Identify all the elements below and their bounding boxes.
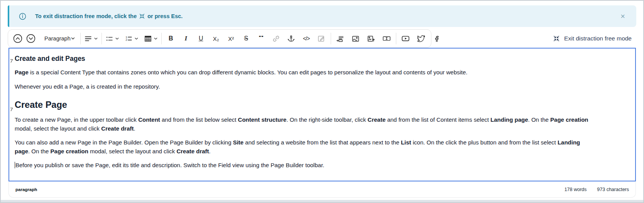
- heading-create-page[interactable]: Create Page: [15, 99, 589, 111]
- image-icon: [352, 35, 360, 43]
- link-button[interactable]: [270, 32, 283, 45]
- italic-button[interactable]: I: [179, 32, 193, 45]
- numbered-list-icon: 1 2: [125, 35, 133, 43]
- compress-icon: [553, 35, 560, 42]
- blockquote-icon: “: [258, 36, 264, 41]
- move-up-button[interactable]: [11, 32, 24, 45]
- upload-image-button[interactable]: [365, 32, 378, 45]
- editor-content-area[interactable]: Create and edit Pages Page is a special …: [8, 48, 636, 181]
- image-upload-icon: [367, 35, 375, 43]
- bulleted-list-button[interactable]: [105, 32, 120, 45]
- subscript-icon: X₂: [213, 35, 219, 42]
- banner-message-prefix: To exit distraction free mode, click the: [35, 13, 137, 19]
- toolbar-divider: [396, 33, 396, 44]
- distraction-free-editor: To exit distraction free mode, click the…: [0, 0, 644, 203]
- insert-table-button[interactable]: [143, 32, 159, 45]
- superscript-icon: X²: [228, 35, 234, 42]
- editor-toolbar: Paragraph 1 2: [8, 29, 431, 48]
- superscript-button[interactable]: X²: [225, 32, 238, 45]
- chevron-down-icon: [71, 36, 75, 41]
- heading-create-and-edit-pages[interactable]: Create and edit Pages: [15, 54, 589, 63]
- svg-text:2: 2: [125, 38, 127, 42]
- link-icon: [272, 35, 280, 43]
- move-down-button[interactable]: [24, 32, 37, 45]
- heading-anchor-marker: [10, 56, 13, 65]
- code-button[interactable]: </>: [300, 32, 313, 45]
- underline-icon: U: [199, 35, 203, 42]
- underline-button[interactable]: U: [194, 32, 208, 45]
- paragraph[interactable]: Whenever you edit a Page, a is created i…: [15, 82, 589, 91]
- embed-facebook-button[interactable]: [430, 32, 443, 45]
- chevron-down-icon: [115, 37, 119, 41]
- chevron-down-icon: [154, 37, 158, 41]
- current-block-type: paragraph: [15, 187, 37, 192]
- toolbar-divider: [161, 33, 162, 44]
- exit-distraction-free-button[interactable]: Exit distraction free mode: [553, 29, 632, 48]
- embed-youtube-button[interactable]: [399, 32, 412, 45]
- character-count: 973 characters: [597, 187, 629, 192]
- heading-text: Create Page: [15, 100, 67, 110]
- bold-icon: B: [169, 35, 173, 42]
- toolbar-divider: [331, 33, 331, 44]
- paragraph[interactable]: Page is a special Content Type that cont…: [15, 68, 589, 77]
- subscript-button[interactable]: X₂: [210, 32, 223, 45]
- facebook-icon: [432, 34, 441, 43]
- input-field-button[interactable]: [380, 32, 393, 45]
- align-left-icon: [84, 35, 92, 43]
- toolbar-divider: [80, 33, 81, 44]
- bold-button[interactable]: B: [164, 32, 177, 45]
- edit-source-button[interactable]: [315, 32, 328, 45]
- anchor-button[interactable]: [285, 32, 298, 45]
- page-bottom-edge: [1, 200, 643, 202]
- banner-message: To exit distraction free mode, click the…: [35, 13, 183, 19]
- close-icon[interactable]: ×: [618, 11, 628, 21]
- notification-banner: To exit distraction free mode, click the…: [8, 5, 636, 27]
- editor-status-bar: paragraph 178 words 973 characters: [8, 181, 636, 198]
- paragraph-format-value: Paragraph: [44, 35, 71, 42]
- text-cursor: [15, 162, 15, 168]
- blockquote-button[interactable]: “: [255, 32, 268, 45]
- bulleted-list-icon: [105, 35, 113, 43]
- text-alignment-button[interactable]: [83, 32, 99, 45]
- paragraph[interactable]: Before you publish or save the Page, edi…: [15, 161, 589, 170]
- code-icon: </>: [303, 35, 309, 42]
- toolbar-divider: [101, 33, 102, 44]
- youtube-icon: [401, 34, 410, 43]
- insert-block-icon: [336, 35, 344, 43]
- italic-icon: I: [184, 35, 187, 42]
- insert-image-button[interactable]: [349, 32, 362, 45]
- banner-message-suffix: or press Esc.: [147, 13, 183, 19]
- paragraph[interactable]: You can also add a new Page in the Page …: [15, 138, 589, 156]
- table-icon: [144, 35, 152, 43]
- numbered-list-button[interactable]: 1 2: [124, 32, 139, 45]
- insert-content-button[interactable]: [334, 32, 347, 45]
- strikethrough-button[interactable]: S: [240, 32, 253, 45]
- exit-distraction-free-label: Exit distraction free mode: [564, 35, 632, 42]
- paragraph-text: Before you publish or save the Page, edi…: [15, 162, 324, 168]
- twitter-icon: [417, 34, 425, 43]
- paragraph-format-dropdown[interactable]: Paragraph: [41, 32, 78, 45]
- word-count: 178 words: [565, 187, 587, 192]
- input-field-icon: [382, 34, 391, 43]
- info-icon: [19, 12, 27, 20]
- edit-pencil-icon: [317, 35, 325, 43]
- anchor-icon: [287, 35, 295, 43]
- document-counts: 178 words 973 characters: [565, 187, 629, 192]
- paragraph[interactable]: To create a new Page, in the upper toolb…: [15, 116, 589, 133]
- embed-twitter-button[interactable]: [414, 32, 428, 45]
- heading-anchor-marker: [10, 102, 13, 114]
- heading-text: Create and edit Pages: [15, 55, 85, 62]
- chevron-down-icon: [94, 37, 98, 41]
- chevron-down-icon: [134, 37, 139, 41]
- strikethrough-icon: S: [244, 35, 248, 42]
- compress-icon: [139, 13, 145, 19]
